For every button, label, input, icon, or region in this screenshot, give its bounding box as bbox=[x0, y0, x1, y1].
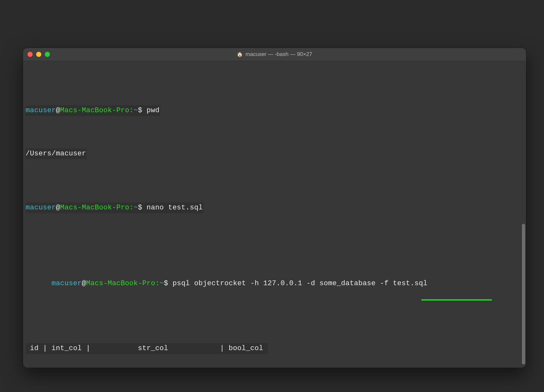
underline-green bbox=[421, 299, 492, 301]
window-title: 🏠 macuser — -bash — 90×27 bbox=[23, 51, 526, 58]
output-line: /Users/macuser bbox=[26, 148, 524, 159]
prompt-line: macuser@Macs-MacBook-Pro:~$ pwd bbox=[26, 105, 524, 116]
zoom-icon[interactable] bbox=[45, 52, 50, 57]
close-icon[interactable] bbox=[28, 52, 33, 57]
command-text: nano test.sql bbox=[147, 204, 203, 212]
table-header: id | int_col | str_col | bool_col bbox=[26, 343, 524, 354]
terminal-window: 🏠 macuser — -bash — 90×27 macuser@Macs-M… bbox=[23, 48, 526, 368]
home-icon: 🏠 bbox=[237, 51, 243, 57]
terminal-output[interactable]: macuser@Macs-MacBook-Pro:~$ pwd /Users/m… bbox=[23, 61, 526, 368]
prompt-user: macuser bbox=[26, 106, 56, 114]
command-text: psql objectrocket -h 127.0.0.1 -d some_d… bbox=[172, 279, 428, 287]
window-title-text: macuser — -bash — 90×27 bbox=[245, 51, 312, 58]
command-text: pwd bbox=[147, 106, 160, 114]
scrollbar-track[interactable] bbox=[522, 64, 525, 366]
prompt-line: macuser@Macs-MacBook-Pro:~$ nano test.sq… bbox=[26, 202, 524, 213]
scrollbar-thumb[interactable] bbox=[522, 224, 525, 365]
prompt-path: ~ bbox=[134, 106, 138, 114]
prompt-host: Macs-MacBook-Pro: bbox=[60, 106, 134, 114]
window-titlebar: 🏠 macuser — -bash — 90×27 bbox=[23, 48, 526, 61]
minimize-icon[interactable] bbox=[36, 52, 41, 57]
prompt-line: macuser@Macs-MacBook-Pro:~$ psql objectr… bbox=[26, 256, 524, 300]
traffic-lights bbox=[28, 52, 50, 57]
